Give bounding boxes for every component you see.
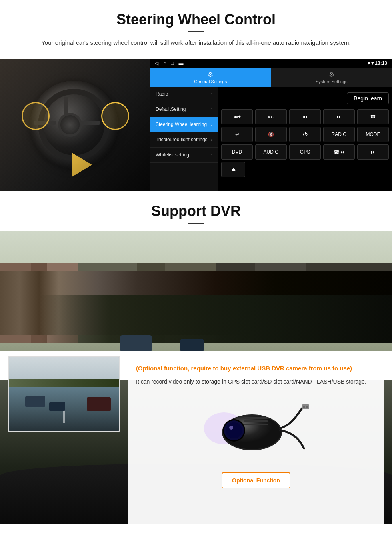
thumb-car-1	[25, 396, 45, 407]
next-icon: ⏭	[337, 114, 342, 120]
control-row-2: ↩ 🔇 ⏻ RADIO MODE	[221, 127, 389, 142]
btn-mute[interactable]: 🔇	[255, 127, 287, 142]
menu-panel: Radio › DefaultSetting › Steering Wheel …	[150, 87, 392, 191]
menu-item-radio[interactable]: Radio ›	[150, 87, 218, 102]
svg-rect-11	[303, 406, 305, 408]
svg-rect-8	[244, 420, 268, 422]
skip-icon: ⏭	[371, 149, 376, 155]
android-statusbar: ◁ ○ □ ▬ ▾ ▾ 13:13	[150, 59, 392, 68]
menu-item-tricoloured[interactable]: Tricoloured light settings ›	[150, 132, 218, 148]
begin-learn-area: Begin learn	[221, 90, 389, 107]
car-silhouette-2	[180, 339, 204, 351]
dvr-section-header: Support DVR	[0, 191, 392, 228]
thumb-car-2	[49, 402, 65, 411]
signal-icon: ▾ ▾	[368, 60, 375, 66]
dvr-content-area: (Optional function, require to buy exter…	[0, 356, 392, 524]
btn-media[interactable]: ⏏	[221, 162, 245, 177]
android-ui-panel: ◁ ○ □ ▬ ▾ ▾ 13:13 ⚙ General Settings ⚙ S…	[150, 59, 392, 191]
chevron-default: ›	[211, 107, 212, 112]
back-call-icon: ↩	[235, 132, 239, 137]
btn-audio[interactable]: AUDIO	[255, 144, 287, 160]
car-silhouette-1	[120, 335, 152, 351]
back-icon: ◁	[155, 60, 158, 66]
dvr-thumbnail-image	[8, 356, 120, 432]
time-display: 13:13	[375, 60, 387, 66]
svg-point-5	[226, 422, 242, 438]
optional-function-area: Optional Function	[136, 468, 376, 488]
tab-system-label: System Settings	[316, 79, 347, 84]
control-row-4: ⏏	[221, 162, 389, 177]
home-icon: ○	[163, 60, 166, 66]
power-icon: ⏻	[303, 132, 308, 137]
btn-radio[interactable]: RADIO	[323, 127, 355, 142]
btn-back[interactable]: ↩	[221, 127, 253, 142]
statusbar-nav-icons: ◁ ○ □ ▬	[155, 60, 184, 66]
thumb-road	[9, 387, 119, 431]
vol-up-icon: ⏮+	[233, 114, 241, 120]
tab-system-settings[interactable]: ⚙ System Settings	[271, 68, 392, 87]
recents-icon: □	[171, 60, 174, 66]
steering-section-header: Steering Wheel Control Your original car…	[0, 0, 392, 52]
hedge-layer	[40, 295, 392, 343]
dvr-camera-illustration	[136, 392, 376, 464]
system-settings-icon: ⚙	[329, 71, 334, 78]
menu-whitelist-label: Whitelist setting	[156, 152, 189, 158]
menu-radio-label: Radio	[156, 91, 168, 98]
gps-label: GPS	[300, 149, 310, 155]
btn-dvd[interactable]: DVD	[221, 144, 253, 160]
btn-prev-track[interactable]: ⏮	[289, 109, 321, 124]
begin-learn-button[interactable]: Begin learn	[347, 92, 389, 104]
android-tabs[interactable]: ⚙ General Settings ⚙ System Settings	[150, 68, 392, 87]
general-settings-icon: ⚙	[208, 71, 213, 78]
menu-item-defaultsetting[interactable]: DefaultSetting ›	[150, 102, 218, 117]
menu-steering-label: Steering Wheel learning	[156, 122, 207, 128]
chevron-steering: ›	[211, 122, 212, 127]
dvr-title: Support DVR	[24, 203, 368, 220]
optional-function-button[interactable]: Optional Function	[222, 472, 290, 488]
prev-icon: ⏮	[303, 114, 308, 120]
steering-content-area: ◁ ○ □ ▬ ▾ ▾ 13:13 ⚙ General Settings ⚙ S…	[0, 59, 392, 191]
menu-item-steering-learning[interactable]: Steering Wheel learning ›	[150, 117, 218, 132]
menu-icon: ▬	[179, 60, 184, 66]
media-icon: ⏏	[231, 167, 236, 172]
control-row-1: ⏮+ ⏮- ⏮ ⏭ ☎	[221, 109, 389, 124]
dvr-info-title: (Optional function, require to buy exter…	[136, 364, 376, 373]
camera-svg	[200, 392, 312, 464]
svg-rect-9	[244, 424, 268, 425]
btn-mode[interactable]: MODE	[357, 127, 389, 142]
radio-label: RADIO	[331, 132, 346, 137]
vol-down-icon: ⏮-	[268, 114, 274, 120]
statusbar-right-icons: ▾ ▾ 13:13	[368, 60, 387, 66]
wheel-overlay	[0, 59, 150, 191]
dvr-info-text: It can record video only to storage in G…	[136, 377, 376, 386]
btn-vol-down[interactable]: ⏮-	[255, 109, 287, 124]
tab-general-label: General Settings	[194, 79, 227, 84]
svg-point-6	[229, 426, 233, 430]
control-row-3: DVD AUDIO GPS ☎⏮ ⏭	[221, 144, 389, 160]
dvr-info-card: (Optional function, require to buy exter…	[128, 356, 384, 524]
mute-icon: 🔇	[268, 132, 274, 137]
tab-general-settings[interactable]: ⚙ General Settings	[150, 68, 271, 87]
svg-rect-12	[306, 406, 308, 408]
dvd-label: DVD	[232, 149, 242, 155]
btn-power[interactable]: ⏻	[289, 127, 321, 142]
right-control-area: Begin learn ⏮+ ⏮- ⏮ ⏭	[218, 87, 392, 191]
btn-next-track[interactable]: ⏭	[323, 109, 355, 124]
btn-gps[interactable]: GPS	[289, 144, 321, 160]
phone-prev-icon: ☎⏮	[334, 149, 344, 155]
btn-vol-up[interactable]: ⏮+	[221, 109, 253, 124]
mode-label: MODE	[366, 132, 380, 137]
steering-title: Steering Wheel Control	[24, 11, 368, 28]
chevron-radio: ›	[211, 92, 212, 96]
audio-label: AUDIO	[263, 149, 278, 155]
left-menu: Radio › DefaultSetting › Steering Wheel …	[150, 87, 218, 191]
btn-phone[interactable]: ☎	[357, 109, 389, 124]
btn-phone-prev[interactable]: ☎⏮	[323, 144, 355, 160]
svg-rect-10	[302, 404, 309, 409]
menu-tricolour-label: Tricoloured light settings	[156, 137, 208, 143]
menu-item-whitelist[interactable]: Whitelist setting ›	[150, 148, 218, 163]
btn-skip[interactable]: ⏭	[357, 144, 389, 160]
dvr-section: Support DVR (Optional function, require …	[0, 191, 392, 524]
phone-icon: ☎	[370, 114, 376, 120]
title-divider	[188, 31, 204, 32]
